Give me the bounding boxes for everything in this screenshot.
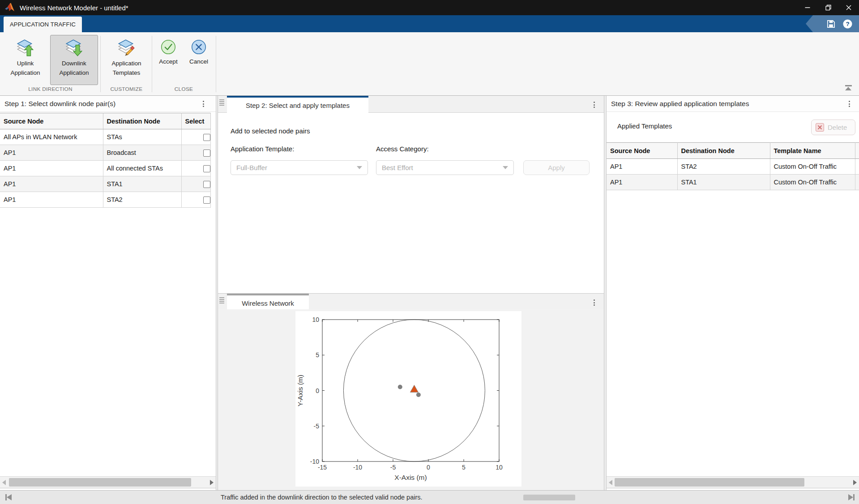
table-cell: Custom On-Off Traffic: [770, 175, 855, 190]
accept-label: Accept: [159, 58, 177, 65]
delete-button[interactable]: Delete: [811, 120, 855, 135]
col-destination-node[interactable]: Destination Node: [677, 143, 770, 159]
table-cell: All APs in WLAN Network: [0, 129, 103, 145]
row-select-checkbox[interactable]: [203, 134, 210, 141]
col-select[interactable]: Select: [181, 113, 210, 129]
cancel-button[interactable]: Cancel: [184, 35, 213, 85]
scroll-right-arrow[interactable]: [210, 480, 214, 485]
col-template-name[interactable]: Template Name: [770, 143, 855, 159]
wireless-network-figure[interactable]: -15-10-50510-10-50510X-Axis (m)Y-Axis (m…: [295, 311, 521, 487]
group-label-link-direction: LINK DIRECTION: [3, 86, 98, 92]
table-cell: STA1: [677, 175, 770, 190]
close-button[interactable]: [838, 0, 859, 15]
tab-wireless-network[interactable]: Wireless Network: [227, 294, 309, 311]
sta-marker: [398, 385, 402, 389]
ap-marker: [410, 385, 418, 392]
group-label-close: CLOSE: [154, 86, 213, 92]
x-tick-label: 5: [462, 464, 466, 471]
statusbar-scroll-thumb[interactable]: [523, 495, 575, 500]
wireless-network-tab-title: Wireless Network: [242, 299, 294, 307]
minimize-button[interactable]: [797, 0, 818, 15]
select-cell: [181, 129, 210, 145]
help-icon[interactable]: ?: [842, 19, 853, 29]
grip-icon[interactable]: [219, 99, 224, 106]
table-cell: AP1: [0, 192, 103, 208]
network-plot-section: -15-10-50510-10-50510X-Axis (m)Y-Axis (m…: [218, 309, 604, 490]
table-row[interactable]: AP1STA2: [0, 192, 210, 208]
table-header-row: Source Node Destination Node Template Na…: [607, 143, 859, 159]
step2-kebab-menu[interactable]: [591, 102, 597, 108]
table-row[interactable]: AP1STA2Custom On-Off Traffic: [607, 159, 859, 175]
toolstrip: Uplink Application Downlink Application …: [0, 32, 859, 96]
toolstrip-separator: [100, 36, 101, 92]
apply-button[interactable]: Apply: [523, 160, 590, 175]
row-select-checkbox[interactable]: [203, 181, 210, 188]
x-tick-label: -5: [390, 464, 396, 471]
skip-to-end-icon[interactable]: [848, 494, 855, 500]
table-cell: Custom On-Off Traffic: [770, 159, 855, 175]
scroll-left-arrow[interactable]: [609, 480, 612, 485]
cancel-label: Cancel: [189, 58, 208, 65]
applied-templates-table: Source Node Destination Node Template Na…: [607, 142, 859, 190]
group-label-customize: CUSTOMIZE: [103, 86, 150, 92]
sta-marker: [416, 393, 421, 397]
row-select-checkbox[interactable]: [203, 196, 210, 204]
step3-kebab-menu[interactable]: [846, 101, 852, 107]
table-cell: STA1: [103, 176, 181, 192]
accept-button[interactable]: Accept: [154, 35, 182, 85]
table-cell: All connected STAs: [103, 161, 181, 176]
step1-title: Step 1: Select downlink node pair(s): [4, 100, 115, 108]
y-tick-label: -10: [310, 458, 319, 465]
application-templates-button[interactable]: Application Templates: [103, 35, 150, 85]
col-destination-node[interactable]: Destination Node: [103, 113, 181, 129]
templates-label-2: Templates: [113, 69, 141, 76]
tab-step2[interactable]: Step 2: Select and apply templates: [227, 96, 368, 113]
scroll-right-arrow[interactable]: [853, 480, 857, 485]
matlab-logo-icon: [4, 3, 15, 13]
step1-kebab-menu[interactable]: [201, 101, 206, 107]
table-cell: Broadcast: [103, 145, 181, 161]
scroll-left-arrow[interactable]: [2, 480, 6, 485]
table-row[interactable]: AP1STA1Custom On-Off Traffic: [607, 175, 859, 190]
downlink-label-2: Application: [59, 69, 89, 76]
table-row[interactable]: AP1All connected STAs: [0, 161, 210, 176]
save-icon[interactable]: [826, 19, 836, 29]
y-axis-label: Y-Axis (m): [296, 375, 304, 406]
col-source-node[interactable]: Source Node: [0, 113, 103, 129]
network-view-kebab-menu[interactable]: [591, 299, 597, 306]
application-templates-icon: [116, 38, 137, 59]
table-cell-empty: [855, 159, 859, 175]
table-cell: AP1: [607, 159, 677, 175]
collapse-toolstrip-icon[interactable]: [844, 85, 852, 90]
y-tick-label: 5: [316, 351, 319, 359]
y-tick-label: 10: [312, 316, 319, 323]
step3-header: Step 3: Review applied application templ…: [607, 96, 859, 112]
skip-to-start-icon[interactable]: [5, 494, 12, 500]
table-row[interactable]: All APs in WLAN NetworkSTAs: [0, 129, 210, 145]
select-cell: [181, 145, 210, 161]
table-cell: STA2: [103, 192, 181, 208]
tab-application-traffic[interactable]: APPLICATION TRAFFIC: [4, 17, 82, 32]
restore-button[interactable]: [818, 0, 838, 15]
table-row[interactable]: AP1STA1: [0, 176, 210, 192]
application-template-dropdown[interactable]: Full-Buffer: [231, 160, 368, 175]
access-category-dropdown[interactable]: Best Effort: [376, 160, 514, 175]
grip-icon[interactable]: [219, 297, 224, 303]
downlink-application-button[interactable]: Downlink Application: [50, 35, 98, 85]
uplink-application-button[interactable]: Uplink Application: [3, 35, 48, 85]
scrollbar-thumb[interactable]: [9, 478, 191, 487]
access-category-value: Best Effort: [382, 164, 413, 171]
scrollbar-thumb[interactable]: [615, 478, 804, 487]
uplink-application-icon: [15, 38, 36, 59]
add-to-node-pairs-label: Add to selected node pairs: [231, 127, 310, 135]
row-select-checkbox[interactable]: [203, 165, 210, 172]
table-row[interactable]: AP1Broadcast: [0, 145, 210, 161]
delete-x-icon: [816, 123, 824, 132]
status-message: Traffic added in the downlink direction …: [221, 491, 423, 504]
col-source-node[interactable]: Source Node: [607, 143, 677, 159]
apply-label: Apply: [548, 164, 565, 171]
window-title: Wireless Network Modeler - untitled*: [20, 4, 128, 12]
row-select-checkbox[interactable]: [203, 149, 210, 157]
table-cell: AP1: [0, 176, 103, 192]
y-tick-label: -5: [314, 423, 320, 430]
